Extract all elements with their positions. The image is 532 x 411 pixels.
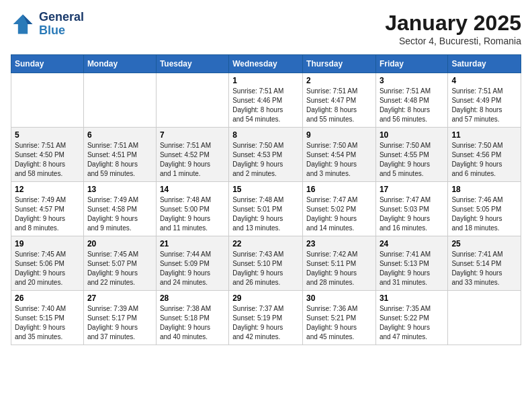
day-number: 17 bbox=[380, 185, 444, 194]
week-row-4: 19Sunrise: 7:45 AM Sunset: 5:06 PM Dayli… bbox=[11, 236, 521, 291]
calendar-cell: 28Sunrise: 7:38 AM Sunset: 5:18 PM Dayli… bbox=[156, 291, 228, 345]
day-number: 30 bbox=[306, 293, 372, 303]
day-info: Sunrise: 7:47 AM Sunset: 5:03 PM Dayligh… bbox=[380, 195, 444, 233]
day-info: Sunrise: 7:48 AM Sunset: 5:01 PM Dayligh… bbox=[232, 195, 299, 233]
calendar-cell: 2Sunrise: 7:51 AM Sunset: 4:47 PM Daylig… bbox=[303, 73, 376, 128]
day-info: Sunrise: 7:50 AM Sunset: 4:54 PM Dayligh… bbox=[306, 141, 372, 179]
day-number: 7 bbox=[160, 130, 225, 140]
day-info: Sunrise: 7:45 AM Sunset: 5:07 PM Dayligh… bbox=[87, 250, 152, 287]
calendar-cell bbox=[156, 73, 228, 128]
day-number: 12 bbox=[15, 185, 80, 194]
day-number: 26 bbox=[15, 293, 80, 303]
day-info: Sunrise: 7:49 AM Sunset: 4:57 PM Dayligh… bbox=[15, 195, 80, 233]
day-number: 5 bbox=[15, 130, 80, 140]
day-number: 4 bbox=[451, 76, 517, 85]
day-info: Sunrise: 7:44 AM Sunset: 5:09 PM Dayligh… bbox=[160, 250, 225, 287]
day-info: Sunrise: 7:50 AM Sunset: 4:56 PM Dayligh… bbox=[451, 141, 517, 179]
logo-text: General Blue bbox=[39, 11, 84, 38]
calendar-cell: 24Sunrise: 7:41 AM Sunset: 5:13 PM Dayli… bbox=[375, 236, 447, 291]
calendar-cell: 25Sunrise: 7:41 AM Sunset: 5:14 PM Dayli… bbox=[448, 236, 521, 291]
calendar-cell: 8Sunrise: 7:50 AM Sunset: 4:53 PM Daylig… bbox=[229, 128, 303, 182]
day-number: 11 bbox=[451, 130, 517, 140]
day-number: 19 bbox=[15, 239, 80, 248]
title-block: January 2025 Sector 4, Bucuresti, Romani… bbox=[385, 11, 521, 46]
day-info: Sunrise: 7:51 AM Sunset: 4:49 PM Dayligh… bbox=[451, 87, 517, 124]
calendar-cell bbox=[83, 73, 156, 128]
week-row-1: 1Sunrise: 7:51 AM Sunset: 4:46 PM Daylig… bbox=[11, 73, 521, 128]
calendar-table: SundayMondayTuesdayWednesdayThursdayFrid… bbox=[11, 54, 521, 345]
day-number: 6 bbox=[87, 130, 152, 140]
calendar-cell: 7Sunrise: 7:51 AM Sunset: 4:52 PM Daylig… bbox=[156, 128, 228, 182]
day-info: Sunrise: 7:51 AM Sunset: 4:50 PM Dayligh… bbox=[15, 141, 80, 179]
calendar-cell bbox=[11, 73, 84, 128]
calendar-cell: 15Sunrise: 7:48 AM Sunset: 5:01 PM Dayli… bbox=[229, 182, 303, 236]
calendar-cell: 4Sunrise: 7:51 AM Sunset: 4:49 PM Daylig… bbox=[448, 73, 521, 128]
day-info: Sunrise: 7:51 AM Sunset: 4:48 PM Dayligh… bbox=[380, 87, 444, 124]
weekday-header-tuesday: Tuesday bbox=[156, 55, 228, 73]
day-info: Sunrise: 7:41 AM Sunset: 5:13 PM Dayligh… bbox=[380, 250, 444, 287]
calendar-cell: 29Sunrise: 7:37 AM Sunset: 5:19 PM Dayli… bbox=[229, 291, 303, 345]
day-info: Sunrise: 7:51 AM Sunset: 4:47 PM Dayligh… bbox=[306, 87, 372, 124]
day-number: 10 bbox=[380, 130, 444, 140]
day-number: 9 bbox=[306, 130, 372, 140]
day-number: 15 bbox=[232, 185, 299, 194]
calendar-cell: 16Sunrise: 7:47 AM Sunset: 5:02 PM Dayli… bbox=[303, 182, 376, 236]
weekday-header-wednesday: Wednesday bbox=[229, 55, 303, 73]
calendar-cell: 13Sunrise: 7:49 AM Sunset: 4:58 PM Dayli… bbox=[83, 182, 156, 236]
day-number: 21 bbox=[160, 239, 225, 248]
page-header: General Blue January 2025 Sector 4, Bucu… bbox=[11, 11, 521, 46]
day-number: 28 bbox=[160, 293, 225, 303]
calendar-cell: 12Sunrise: 7:49 AM Sunset: 4:57 PM Dayli… bbox=[11, 182, 84, 236]
day-info: Sunrise: 7:43 AM Sunset: 5:10 PM Dayligh… bbox=[232, 250, 299, 287]
location: Sector 4, Bucuresti, Romania bbox=[385, 36, 521, 46]
day-number: 18 bbox=[451, 185, 517, 194]
weekday-header-monday: Monday bbox=[83, 55, 156, 73]
weekday-header-sunday: Sunday bbox=[11, 55, 84, 73]
day-number: 8 bbox=[232, 130, 299, 140]
day-number: 1 bbox=[232, 76, 299, 85]
day-number: 16 bbox=[306, 185, 372, 194]
month-title: January 2025 bbox=[385, 11, 521, 36]
day-info: Sunrise: 7:46 AM Sunset: 5:05 PM Dayligh… bbox=[451, 195, 517, 233]
week-row-5: 26Sunrise: 7:40 AM Sunset: 5:15 PM Dayli… bbox=[11, 291, 521, 345]
calendar-cell: 21Sunrise: 7:44 AM Sunset: 5:09 PM Dayli… bbox=[156, 236, 228, 291]
weekday-header-saturday: Saturday bbox=[448, 55, 521, 73]
week-row-3: 12Sunrise: 7:49 AM Sunset: 4:57 PM Dayli… bbox=[11, 182, 521, 236]
day-info: Sunrise: 7:50 AM Sunset: 4:53 PM Dayligh… bbox=[232, 141, 299, 179]
calendar-cell: 17Sunrise: 7:47 AM Sunset: 5:03 PM Dayli… bbox=[375, 182, 447, 236]
day-info: Sunrise: 7:39 AM Sunset: 5:17 PM Dayligh… bbox=[87, 304, 152, 342]
day-info: Sunrise: 7:35 AM Sunset: 5:22 PM Dayligh… bbox=[380, 304, 444, 342]
calendar-cell: 26Sunrise: 7:40 AM Sunset: 5:15 PM Dayli… bbox=[11, 291, 84, 345]
day-number: 24 bbox=[380, 239, 444, 248]
day-info: Sunrise: 7:45 AM Sunset: 5:06 PM Dayligh… bbox=[15, 250, 80, 287]
weekday-header-row: SundayMondayTuesdayWednesdayThursdayFrid… bbox=[11, 55, 521, 73]
day-info: Sunrise: 7:51 AM Sunset: 4:51 PM Dayligh… bbox=[87, 141, 152, 179]
weekday-header-thursday: Thursday bbox=[303, 55, 376, 73]
day-number: 25 bbox=[451, 239, 517, 248]
day-info: Sunrise: 7:40 AM Sunset: 5:15 PM Dayligh… bbox=[15, 304, 80, 342]
day-info: Sunrise: 7:37 AM Sunset: 5:19 PM Dayligh… bbox=[232, 304, 299, 342]
day-info: Sunrise: 7:38 AM Sunset: 5:18 PM Dayligh… bbox=[160, 304, 225, 342]
calendar-cell bbox=[448, 291, 521, 345]
day-info: Sunrise: 7:51 AM Sunset: 4:52 PM Dayligh… bbox=[160, 141, 225, 179]
day-number: 13 bbox=[87, 185, 152, 194]
calendar-cell: 9Sunrise: 7:50 AM Sunset: 4:54 PM Daylig… bbox=[303, 128, 376, 182]
calendar-cell: 19Sunrise: 7:45 AM Sunset: 5:06 PM Dayli… bbox=[11, 236, 84, 291]
day-number: 29 bbox=[232, 293, 299, 303]
day-number: 14 bbox=[160, 185, 225, 194]
calendar-cell: 14Sunrise: 7:48 AM Sunset: 5:00 PM Dayli… bbox=[156, 182, 228, 236]
day-number: 3 bbox=[380, 76, 444, 85]
calendar-cell: 1Sunrise: 7:51 AM Sunset: 4:46 PM Daylig… bbox=[229, 73, 303, 128]
calendar-cell: 23Sunrise: 7:42 AM Sunset: 5:11 PM Dayli… bbox=[303, 236, 376, 291]
day-number: 31 bbox=[380, 293, 444, 303]
weekday-header-friday: Friday bbox=[375, 55, 447, 73]
day-info: Sunrise: 7:51 AM Sunset: 4:46 PM Dayligh… bbox=[232, 87, 299, 124]
week-row-2: 5Sunrise: 7:51 AM Sunset: 4:50 PM Daylig… bbox=[11, 128, 521, 182]
day-number: 23 bbox=[306, 239, 372, 248]
calendar-cell: 27Sunrise: 7:39 AM Sunset: 5:17 PM Dayli… bbox=[83, 291, 156, 345]
calendar-cell: 3Sunrise: 7:51 AM Sunset: 4:48 PM Daylig… bbox=[375, 73, 447, 128]
calendar-cell: 20Sunrise: 7:45 AM Sunset: 5:07 PM Dayli… bbox=[83, 236, 156, 291]
day-info: Sunrise: 7:48 AM Sunset: 5:00 PM Dayligh… bbox=[160, 195, 225, 233]
day-number: 2 bbox=[306, 76, 372, 85]
day-info: Sunrise: 7:41 AM Sunset: 5:14 PM Dayligh… bbox=[451, 250, 517, 287]
